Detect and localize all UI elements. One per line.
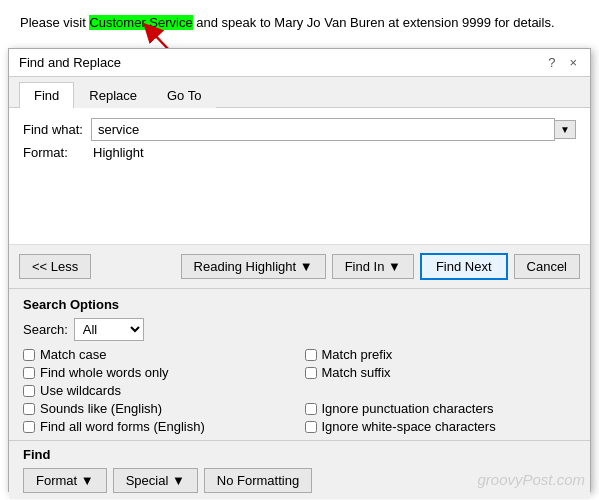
checkbox-grid: Match case Match prefix Find whole words…: [23, 347, 576, 434]
format-label: Format:: [23, 145, 91, 160]
doc-text-before: Please visit: [20, 15, 89, 30]
match-case-checkbox[interactable]: [23, 349, 35, 361]
search-options-section: Search Options Search: All Up Down Match…: [9, 288, 590, 440]
tabs-container: Find Replace Go To: [9, 77, 590, 108]
match-suffix-label: Match suffix: [322, 365, 391, 380]
highlighted-text: Customer Service: [89, 15, 192, 30]
match-prefix-label: Match prefix: [322, 347, 393, 362]
find-in-button[interactable]: Find In ▼: [332, 254, 414, 279]
ignore-punct-checkbox[interactable]: [305, 403, 317, 415]
bottom-title: Find: [23, 447, 576, 462]
ignore-whitespace-checkbox[interactable]: [305, 421, 317, 433]
word-forms-label: Find all word forms (English): [40, 419, 205, 434]
find-what-label: Find what:: [23, 122, 91, 137]
ignore-whitespace-label: Ignore white-space characters: [322, 419, 496, 434]
format-value: Highlight: [93, 145, 144, 160]
sounds-like-checkbox[interactable]: [23, 403, 35, 415]
ignore-punct-label: Ignore punctuation characters: [322, 401, 494, 416]
find-what-input[interactable]: [91, 118, 555, 141]
checkbox-match-prefix: Match prefix: [305, 347, 577, 362]
find-input-wrapper: ▼: [91, 118, 576, 141]
search-label: Search:: [23, 322, 68, 337]
checkbox-ignore-whitespace: Ignore white-space characters: [305, 419, 577, 434]
checkbox-match-case: Match case: [23, 347, 295, 362]
dialog-body: Find what: ▼ Format: Highlight: [9, 108, 590, 244]
word-forms-checkbox[interactable]: [23, 421, 35, 433]
find-next-button[interactable]: Find Next: [420, 253, 508, 280]
help-button[interactable]: ?: [545, 55, 558, 70]
reading-highlight-button[interactable]: Reading Highlight ▼: [181, 254, 326, 279]
document-text: Please visit Customer Service and speak …: [20, 15, 555, 30]
tab-replace[interactable]: Replace: [74, 82, 152, 108]
button-row: << Less Reading Highlight ▼ Find In ▼ Fi…: [9, 244, 590, 288]
sounds-like-label: Sounds like (English): [40, 401, 162, 416]
checkbox-wildcards: Use wildcards: [23, 383, 295, 398]
find-what-row: Find what: ▼: [23, 118, 576, 141]
checkbox-match-suffix: Match suffix: [305, 365, 577, 380]
whole-words-checkbox[interactable]: [23, 367, 35, 379]
format-row: Format: Highlight: [23, 145, 576, 160]
tab-find[interactable]: Find: [19, 82, 74, 108]
document-area: Please visit Customer Service and speak …: [0, 0, 599, 52]
format-button[interactable]: Format ▼: [23, 468, 107, 493]
cancel-button[interactable]: Cancel: [514, 254, 580, 279]
spacer: [23, 164, 576, 234]
less-button[interactable]: << Less: [19, 254, 91, 279]
special-button[interactable]: Special ▼: [113, 468, 198, 493]
match-suffix-checkbox[interactable]: [305, 367, 317, 379]
checkbox-empty-right: [305, 383, 577, 398]
dialog-titlebar: Find and Replace ? ×: [9, 49, 590, 77]
dialog-title: Find and Replace: [19, 55, 121, 70]
search-options-title: Search Options: [23, 297, 576, 312]
tab-goto[interactable]: Go To: [152, 82, 216, 108]
checkbox-sounds-like: Sounds like (English): [23, 401, 295, 416]
match-prefix-checkbox[interactable]: [305, 349, 317, 361]
doc-text-after: and speak to Mary Jo Van Buren at extens…: [193, 15, 555, 30]
search-select[interactable]: All Up Down: [74, 318, 144, 341]
watermark: groovyPost.com: [477, 471, 585, 488]
checkbox-word-forms: Find all word forms (English): [23, 419, 295, 434]
match-case-label: Match case: [40, 347, 106, 362]
no-formatting-button[interactable]: No Formatting: [204, 468, 312, 493]
checkbox-ignore-punct: Ignore punctuation characters: [305, 401, 577, 416]
checkbox-whole-words: Find whole words only: [23, 365, 295, 380]
wildcards-checkbox[interactable]: [23, 385, 35, 397]
find-replace-dialog: Find and Replace ? × Find Replace Go To …: [8, 48, 591, 492]
find-dropdown-arrow[interactable]: ▼: [555, 120, 576, 139]
close-button[interactable]: ×: [566, 55, 580, 70]
wildcards-label: Use wildcards: [40, 383, 121, 398]
dialog-controls: ? ×: [545, 55, 580, 70]
whole-words-label: Find whole words only: [40, 365, 169, 380]
search-row: Search: All Up Down: [23, 318, 576, 341]
bottom-section: Find Format ▼ Special ▼ No Formatting: [9, 440, 590, 499]
